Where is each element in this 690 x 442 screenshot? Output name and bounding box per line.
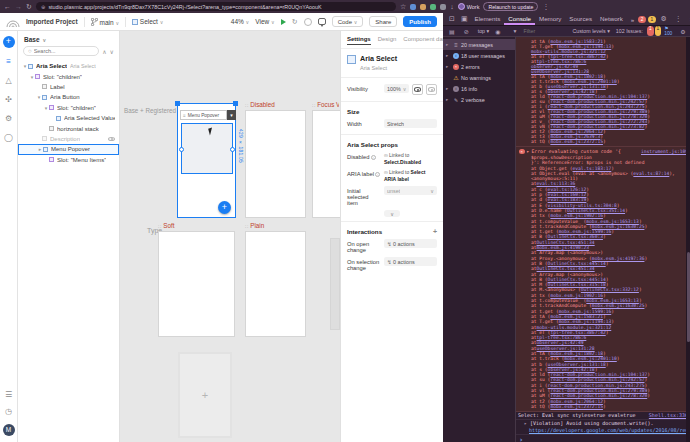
initial-item-dropdown[interactable]: unset∨ bbox=[384, 186, 437, 195]
address-bar[interactable]: ⊕ studio.plasmic.app/projects/dTn9qr8Dax… bbox=[36, 2, 396, 11]
branch-selector[interactable]: main ∨ bbox=[91, 18, 119, 26]
console-filter-info-blue[interactable]: ▸i18 user messages bbox=[443, 50, 515, 61]
components-icon[interactable]: △ bbox=[4, 76, 14, 86]
back-icon[interactable]: ← bbox=[4, 3, 11, 10]
inspect-element-icon[interactable]: ⊡ bbox=[446, 15, 458, 23]
visibility-value-dropdown[interactable]: 100%∨ bbox=[384, 84, 409, 93]
focus-artboard[interactable] bbox=[312, 110, 340, 218]
source-link[interactable]: Shell.tsx:336 bbox=[649, 412, 688, 419]
tree-row[interactable]: ▸Menu Popover bbox=[18, 144, 119, 154]
extension-icon-3[interactable] bbox=[430, 4, 436, 10]
tree-row[interactable]: ▾Slot: "children" bbox=[18, 71, 119, 81]
code-button[interactable]: Code ∨ bbox=[332, 16, 364, 27]
console-filter-input[interactable] bbox=[523, 28, 569, 34]
disabled-prop-value[interactable]: ∞Linked to Select.Disabled bbox=[384, 152, 437, 165]
source-link[interactable]: mobx.esm.js:2372:15 bbox=[550, 404, 603, 409]
collapse-all-icon[interactable]: ∧ bbox=[102, 48, 106, 55]
menu-popover-element[interactable] bbox=[181, 123, 233, 174]
share-button[interactable]: Share bbox=[369, 16, 397, 27]
tree-row[interactable]: ▾Aria Button bbox=[18, 92, 119, 102]
soft-frame-label[interactable]: ∷Soft bbox=[158, 222, 174, 229]
console-filter-verbose[interactable]: ▸✎2 verbose bbox=[443, 94, 515, 105]
disabled-artboard[interactable] bbox=[245, 110, 306, 218]
issue-count-badge[interactable]: 1 bbox=[655, 26, 662, 36]
size-section-header[interactable]: Size bbox=[341, 106, 443, 117]
scrollbar-thumb[interactable] bbox=[687, 252, 690, 342]
collaborator-avatar[interactable] bbox=[304, 18, 312, 26]
outline-tree-icon[interactable]: ≡ bbox=[4, 57, 14, 67]
extension-icon-2[interactable] bbox=[420, 4, 426, 10]
resize-handle[interactable] bbox=[230, 147, 235, 152]
tree-row[interactable]: Description bbox=[18, 134, 119, 144]
chevron-down-icon[interactable]: ∨ bbox=[43, 37, 47, 43]
expand-caret-icon[interactable]: ▸ bbox=[446, 42, 451, 47]
settings-gear-icon[interactable]: ⚙ bbox=[4, 114, 14, 124]
log-levels-selector[interactable]: Custom levels ▾ bbox=[572, 28, 609, 34]
drag-handle-icon[interactable]: ∷ bbox=[245, 102, 248, 108]
console-filter-warning[interactable]: ⚠No warnings bbox=[443, 72, 515, 83]
devtools-settings-icon[interactable]: ⚙ bbox=[658, 15, 670, 23]
aria-label-prop-value[interactable]: ∞Linked to Select ARIA label bbox=[384, 169, 437, 182]
tree-row[interactable]: ▾Slot: "children" bbox=[18, 103, 119, 113]
more-tabs-icon[interactable]: » bbox=[627, 14, 638, 24]
user-avatar[interactable]: M bbox=[3, 424, 15, 436]
console-filter-list[interactable]: ▸≡20 messages bbox=[443, 39, 515, 50]
chat-icon[interactable]: ☰ bbox=[4, 390, 14, 400]
history-icon[interactable]: ◷ bbox=[4, 407, 14, 417]
console-prompt[interactable]: › bbox=[516, 435, 690, 442]
focus-frame-label[interactable]: ∷Focus Visib bbox=[312, 101, 339, 108]
clear-console-icon[interactable]: ⊘ bbox=[461, 28, 472, 35]
view-selector[interactable]: View ∨ bbox=[255, 18, 274, 25]
expand-caret-icon[interactable]: ▸ bbox=[524, 420, 527, 426]
visibility-visible-button[interactable] bbox=[412, 84, 423, 95]
assets-icon[interactable]: ◯ bbox=[4, 133, 14, 143]
tree-row[interactable]: Label bbox=[18, 82, 119, 92]
selection-handle[interactable] bbox=[175, 101, 180, 106]
forward-icon[interactable]: → bbox=[15, 3, 22, 10]
clipped-artboard[interactable] bbox=[330, 238, 340, 330]
devtools-tab-console[interactable]: Console bbox=[504, 13, 535, 25]
tab-design[interactable]: Design bbox=[378, 36, 397, 45]
expand-caret-icon[interactable]: ▸ bbox=[446, 97, 451, 102]
drag-handle-icon[interactable]: ∷ bbox=[158, 223, 161, 229]
context-selector[interactable]: top ▾ bbox=[478, 28, 490, 34]
download-icon[interactable]: ↓ bbox=[450, 3, 454, 10]
eye-hidden-icon[interactable] bbox=[108, 137, 115, 141]
comment-icon[interactable] bbox=[318, 18, 326, 25]
live-expression-eye-icon[interactable]: ◉ bbox=[492, 28, 503, 35]
devtools-tab-sources[interactable]: Sources bbox=[565, 13, 596, 25]
on-open-change-actions[interactable]: ↯ 0 actions bbox=[384, 239, 437, 248]
disabled-frame-label[interactable]: ∷Disabled bbox=[245, 101, 275, 108]
expand-all-icon[interactable]: ∨ bbox=[110, 48, 114, 55]
expand-caret-icon[interactable]: ▸ bbox=[446, 86, 451, 91]
width-value-dropdown[interactable]: Stretch bbox=[384, 119, 437, 128]
add-interaction-button[interactable]: + bbox=[433, 228, 437, 235]
plain-frame-label[interactable]: ∷Plain bbox=[245, 222, 264, 229]
console-sidebar-toggle-icon[interactable]: ▤ bbox=[446, 28, 458, 35]
issues-label[interactable]: 102 Issues: bbox=[616, 28, 643, 34]
devtools-tab-network[interactable]: Network bbox=[596, 13, 627, 25]
external-link[interactable]: https://developers.google.com/web/update… bbox=[529, 427, 690, 433]
publish-button[interactable]: Publish bbox=[403, 16, 437, 27]
on-selection-change-actions[interactable]: ↯ 0 actions bbox=[384, 257, 437, 266]
bookmark-star-icon[interactable]: ☆ bbox=[400, 3, 406, 11]
console-scrollbar[interactable] bbox=[686, 37, 690, 442]
search-input-wrap[interactable]: ○ bbox=[23, 46, 99, 56]
site-info-icon[interactable]: ⊕ bbox=[41, 4, 46, 10]
collapse-props-button[interactable]: ∨ bbox=[384, 210, 400, 217]
console-filter-info[interactable]: ▸i16 info bbox=[443, 83, 515, 94]
profile-chip[interactable]: Work bbox=[458, 3, 480, 10]
soft-artboard[interactable] bbox=[158, 231, 235, 337]
info-icon[interactable]: i bbox=[371, 155, 376, 160]
search-input[interactable] bbox=[34, 48, 95, 54]
expand-caret-icon[interactable]: ▸ bbox=[446, 53, 451, 58]
plasmic-logo[interactable] bbox=[6, 16, 20, 28]
relaunch-button[interactable]: Relaunch to update bbox=[483, 2, 538, 11]
issue-count-badge[interactable]: 1 bbox=[647, 26, 654, 36]
drag-handle-icon[interactable]: ∷ bbox=[312, 102, 315, 108]
visibility-hidden-button[interactable] bbox=[426, 84, 437, 95]
tab-settings[interactable]: Settings bbox=[347, 36, 371, 45]
props-section-header[interactable]: Aria Select props bbox=[341, 139, 443, 150]
info-icon[interactable]: i bbox=[375, 172, 380, 177]
expand-caret-icon[interactable]: ▸ bbox=[527, 148, 530, 155]
